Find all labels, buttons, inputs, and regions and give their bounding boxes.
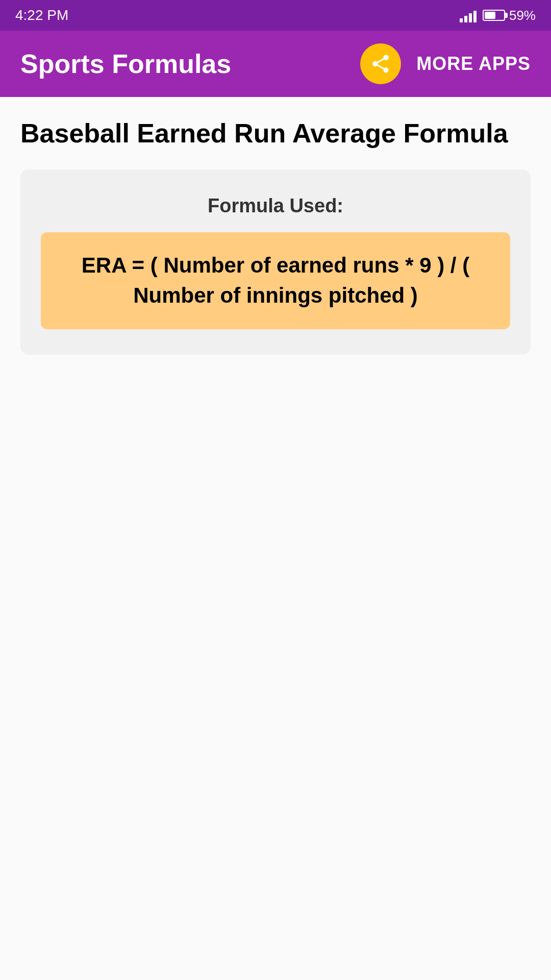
- formula-box: ERA = ( Number of earned runs * 9 ) / ( …: [41, 232, 510, 329]
- share-button[interactable]: [360, 43, 401, 84]
- status-time: 4:22 PM: [15, 7, 68, 23]
- app-bar-actions: MORE APPS: [360, 43, 531, 84]
- share-icon: [370, 53, 391, 75]
- battery-icon: [483, 10, 505, 21]
- status-icons: 59%: [460, 8, 536, 23]
- formula-card: Formula Used: ERA = ( Number of earned r…: [20, 169, 531, 355]
- app-bar: Sports Formulas MORE APPS: [0, 31, 551, 97]
- battery-percent: 59%: [509, 8, 536, 23]
- page-title: Baseball Earned Run Average Formula: [20, 117, 531, 149]
- signal-icon: [460, 8, 477, 22]
- battery-indicator: 59%: [483, 8, 536, 23]
- formula-text: ERA = ( Number of earned runs * 9 ) / ( …: [82, 253, 469, 307]
- more-apps-button[interactable]: MORE APPS: [416, 53, 531, 75]
- app-title: Sports Formulas: [20, 48, 231, 79]
- main-content: Baseball Earned Run Average Formula Form…: [0, 97, 551, 980]
- status-bar: 4:22 PM 59%: [0, 0, 551, 31]
- formula-used-label: Formula Used:: [208, 195, 343, 217]
